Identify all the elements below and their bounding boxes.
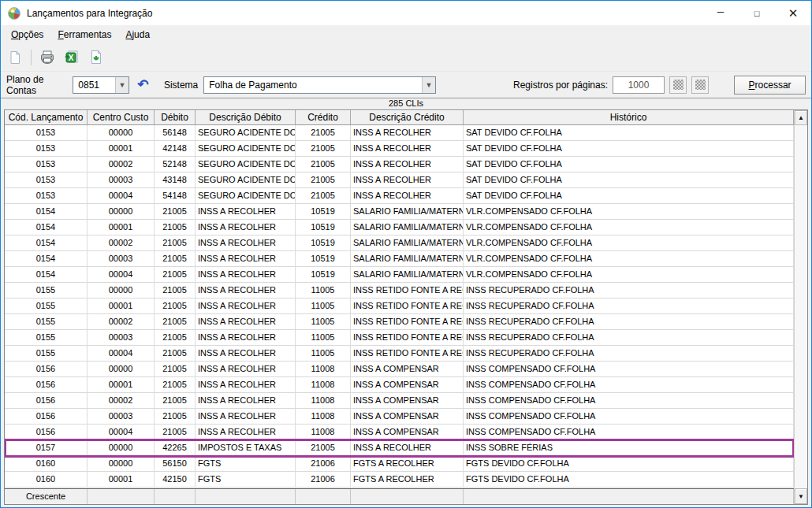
- svg-text:X: X: [69, 54, 74, 62]
- scrollbar-track[interactable]: [795, 125, 807, 488]
- table-row[interactable]: 01550000021005INSS A RECOLHER11005INSS R…: [5, 283, 794, 298]
- table-row[interactable]: 01530000142148SEGURO ACIDENTE DO TR21005…: [5, 141, 794, 157]
- sort-order-cell[interactable]: Crescente: [5, 489, 88, 504]
- cell: INSS A RECOLHER: [196, 298, 296, 314]
- cell: 11005: [296, 330, 351, 346]
- barcode-button-2[interactable]: [691, 76, 709, 94]
- cell: 21005: [155, 393, 196, 409]
- column-header-3[interactable]: Descrição Débito: [196, 110, 296, 125]
- cell: 00000: [88, 283, 155, 298]
- cell: INSS A COMPENSAR: [351, 377, 464, 393]
- cell: 10519: [296, 204, 351, 220]
- cell: 00004: [88, 188, 155, 204]
- table-row[interactable]: 01540000221005INSS A RECOLHER10519SALARI…: [5, 235, 794, 251]
- table-row[interactable]: 01550000421005INSS A RECOLHER11005INSS R…: [5, 346, 794, 362]
- table-row[interactable]: 01560000421005INSS A RECOLHER11008INSS A…: [5, 425, 794, 440]
- cell: 21005: [296, 157, 351, 172]
- scroll-down-icon[interactable]: ▼: [795, 488, 807, 504]
- app-window: Lançamentos para Integração – □ ✕ Opções…: [0, 0, 812, 508]
- table-row[interactable]: 01530000343148SEGURO ACIDENTE DO TR21005…: [5, 172, 794, 188]
- cell: 21005: [296, 172, 351, 188]
- column-header-6[interactable]: Histórico: [464, 110, 794, 125]
- cell: SAT DEVIDO CF.FOLHA: [464, 172, 794, 188]
- column-header-4[interactable]: Crédito: [296, 110, 351, 125]
- cell: 0153: [5, 172, 88, 188]
- footer-cell: [351, 489, 464, 504]
- export-excel-icon[interactable]: X: [61, 47, 82, 68]
- cell: 10519: [296, 235, 351, 251]
- cell: IMPOSTOS E TAXAS: [196, 440, 296, 456]
- table-row-highlighted[interactable]: 01570000042265IMPOSTOS E TAXAS21005INSS …: [5, 440, 794, 456]
- cell: SALARIO FAMILIA/MATERN: [351, 204, 464, 220]
- menu-item-ferramentas[interactable]: Ferramentas: [50, 26, 118, 43]
- cell: 11008: [296, 393, 351, 409]
- cell: VLR.COMPENSADO CF.FOLHA: [464, 204, 794, 220]
- table-row[interactable]: 01540000321005INSS A RECOLHER10519SALARI…: [5, 251, 794, 267]
- export-file-icon[interactable]: [86, 47, 106, 68]
- cell: 21005: [296, 141, 351, 157]
- table-row[interactable]: 01550000221005INSS A RECOLHER11005INSS R…: [5, 314, 794, 330]
- cell: 21005: [155, 235, 196, 251]
- cell: 11008: [296, 425, 351, 440]
- undo-icon[interactable]: ↶: [135, 76, 151, 95]
- column-header-1[interactable]: Centro Custo: [88, 110, 155, 125]
- cell: INSS RETIDO FONTE A REC: [351, 283, 464, 298]
- table-row[interactable]: 01550000121005INSS A RECOLHER11005INSS R…: [5, 298, 794, 314]
- cell: 0156: [5, 362, 88, 377]
- cell: SAT DEVIDO CF.FOLHA: [464, 125, 794, 141]
- table-row[interactable]: 01550000321005INSS A RECOLHER11005INSS R…: [5, 330, 794, 346]
- minimize-button[interactable]: –: [702, 1, 739, 25]
- new-document-icon[interactable]: [5, 47, 25, 68]
- footer-cell: [88, 489, 155, 504]
- cell: INSS A RECOLHER: [196, 377, 296, 393]
- table-row[interactable]: 01540000121005INSS A RECOLHER10519SALARI…: [5, 220, 794, 235]
- cell: 11005: [296, 314, 351, 330]
- chevron-down-icon: ▼: [115, 77, 129, 93]
- table-row[interactable]: 01600000142150FGTS21006FGTS A RECOLHERFG…: [5, 472, 794, 488]
- column-header-2[interactable]: Débito: [155, 110, 196, 125]
- print-icon[interactable]: [37, 47, 58, 68]
- table-row[interactable]: 01530000056148SEGURO ACIDENTE DO TR21005…: [5, 125, 794, 141]
- table-row[interactable]: 01600000056150FGTS21006FGTS A RECOLHERFG…: [5, 456, 794, 472]
- cell: INSS COMPENSADO CF.FOLHA: [464, 425, 794, 440]
- cell: 21005: [296, 188, 351, 204]
- cell: 21005: [155, 409, 196, 425]
- table-row[interactable]: 01530000252148SEGURO ACIDENTE DO TR21005…: [5, 157, 794, 172]
- table-row[interactable]: 01560000321005INSS A RECOLHER11008INSS A…: [5, 409, 794, 425]
- cell: 0154: [5, 220, 88, 235]
- cell: 0154: [5, 235, 88, 251]
- cell: 11005: [296, 298, 351, 314]
- cell: 00002: [88, 393, 155, 409]
- cell: INSS RECUPERADO CF.FOLHA: [464, 314, 794, 330]
- vertical-scrollbar[interactable]: ▲ ▼: [794, 110, 807, 504]
- cell: INSS RETIDO FONTE A REC: [351, 346, 464, 362]
- cell: 21005: [296, 440, 351, 456]
- cell: 21005: [155, 330, 196, 346]
- barcode-button-1[interactable]: [669, 76, 687, 94]
- plano-de-contas-select[interactable]: 0851 ▼: [73, 76, 129, 94]
- cell: INSS COMPENSADO CF.FOLHA: [464, 393, 794, 409]
- table-row[interactable]: 01540000021005INSS A RECOLHER10519SALARI…: [5, 204, 794, 220]
- cell: 42265: [155, 440, 196, 456]
- menu-item-ajuda[interactable]: Ajuda: [118, 26, 157, 43]
- cell: 0154: [5, 204, 88, 220]
- menu-item-opes[interactable]: Opções: [4, 26, 50, 43]
- toolbar-separator: [31, 50, 32, 65]
- table-row[interactable]: 01530000454148SEGURO ACIDENTE DO TR21005…: [5, 188, 794, 204]
- registros-por-paginas-input[interactable]: [613, 76, 665, 94]
- table-row[interactable]: 01560000221005INSS A RECOLHER11008INSS A…: [5, 393, 794, 409]
- table-row[interactable]: 01540000421005INSS A RECOLHER10519SALARI…: [5, 267, 794, 283]
- maximize-button[interactable]: □: [739, 1, 775, 25]
- table-row[interactable]: 01560000021005INSS A RECOLHER11008INSS A…: [5, 362, 794, 377]
- scroll-up-icon[interactable]: ▲: [795, 110, 807, 125]
- cell: FGTS DEVIDO CF.FOLHA: [464, 472, 794, 488]
- column-header-0[interactable]: Cód. Lançamento: [5, 110, 88, 125]
- table-row[interactable]: 01560000121005INSS A RECOLHER11008INSS A…: [5, 377, 794, 393]
- record-count-banner: 285 CLIs: [1, 98, 811, 109]
- sistema-select[interactable]: Folha de Pagamento ▼: [203, 76, 436, 94]
- plano-de-contas-value: 0851: [73, 77, 115, 93]
- column-header-5[interactable]: Descrição Crédito: [351, 110, 464, 125]
- close-button[interactable]: ✕: [775, 1, 811, 25]
- cell: FGTS A RECOLHER: [351, 456, 464, 472]
- processar-button[interactable]: Processar: [734, 76, 806, 95]
